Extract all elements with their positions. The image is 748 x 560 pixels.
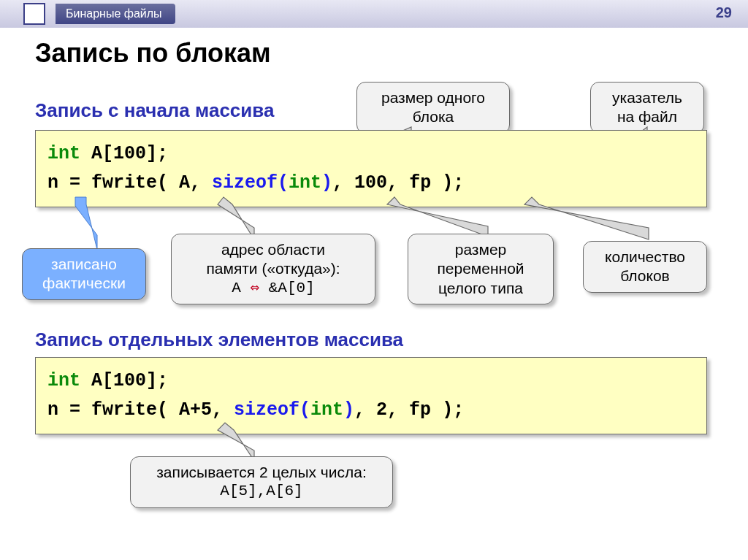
code1-line2: n = fwrite( A, sizeof(int), 100, fp );: [47, 169, 695, 198]
code-text: A[100];: [80, 143, 168, 164]
callout-file-pointer: указатель на файл: [590, 82, 704, 134]
slide-header: Бинарные файлы 29: [0, 0, 748, 28]
section1-heading: Запись с начала массива: [35, 99, 274, 122]
code-block-1: int A[100]; n = fwrite( A, sizeof(int), …: [35, 130, 707, 207]
code-text: A[100];: [80, 370, 168, 391]
code-text: n = fwrite( A,: [47, 172, 212, 193]
page-number: 29: [716, 4, 732, 21]
code-text: , 100, fp );: [332, 172, 464, 193]
callout-address-line2: памяти («откуда»):: [185, 259, 362, 278]
callout-two-ints: записывается 2 целых числа: A[5],A[6]: [130, 456, 393, 508]
code-text: , 2, fp );: [354, 399, 464, 421]
code-block-2: int A[100]; n = fwrite( A+5, sizeof(int)…: [35, 357, 707, 434]
section2-heading: Запись отдельных элементов массива: [35, 329, 719, 351]
code2-line2: n = fwrite( A+5, sizeof(int), 2, fp );: [47, 396, 695, 425]
code-keyword-int: int: [289, 172, 321, 193]
logo-square: [23, 3, 45, 25]
page-title: Запись по блокам: [35, 38, 719, 69]
arrow-icon: ⇔: [241, 280, 269, 296]
callout-written-actually: записано фактически: [22, 248, 146, 300]
code-keyword-int: int: [47, 370, 80, 391]
callout-two-ints-code: A[5],A[6]: [144, 482, 379, 501]
code-paren: (: [299, 399, 310, 421]
code1-line1: int A[100];: [47, 139, 695, 169]
slide-content: Запись по блокам Запись с начала массива…: [0, 28, 748, 528]
code-frag-a0: &A[0]: [269, 280, 315, 296]
callout-address-code: A ⇔ &A[0]: [185, 279, 362, 298]
code-text: n = fwrite( A+5,: [47, 399, 234, 421]
callout-block-count: количество блоков: [583, 241, 707, 293]
callout-block-size: размер одного блока: [356, 82, 510, 134]
code-paren: ): [321, 172, 332, 193]
breadcrumb: Бинарные файлы: [56, 4, 175, 24]
code2-line1: int A[100];: [47, 367, 695, 396]
code-keyword-int: int: [47, 143, 80, 164]
callout-address-line1: адрес области: [185, 240, 362, 259]
code-keyword-sizeof: sizeof: [212, 172, 278, 193]
callout-var-size: размер переменной целого типа: [408, 234, 554, 304]
code-paren: (: [278, 172, 289, 193]
callout-address-area: адрес области памяти («откуда»): A ⇔ &A[…: [171, 234, 375, 304]
code-frag-a: A: [232, 280, 241, 296]
code-keyword-int: int: [310, 399, 343, 421]
callout-two-ints-line1: записывается 2 целых числа:: [144, 463, 379, 482]
code-keyword-sizeof: sizeof: [234, 399, 299, 421]
code-paren: ): [343, 399, 354, 421]
